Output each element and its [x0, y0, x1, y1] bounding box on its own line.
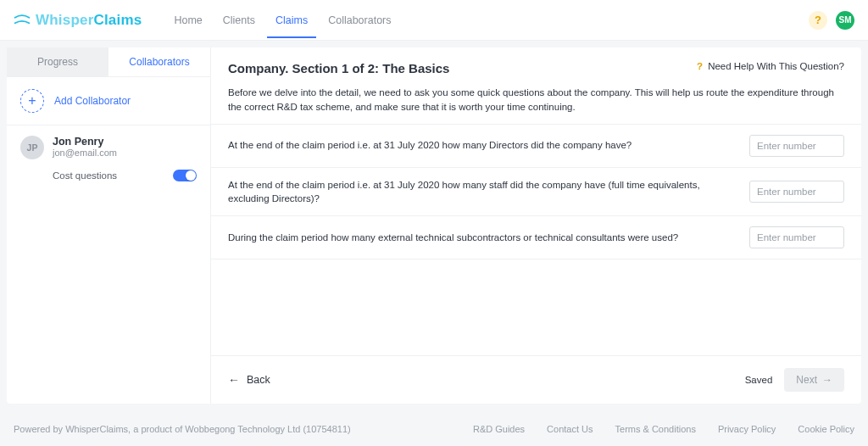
help-icon[interactable]: ? [809, 11, 827, 30]
footer-links: R&D Guides Contact Us Terms & Conditions… [473, 424, 854, 434]
collaborator-email: jon@email.com [53, 148, 117, 158]
nav-claims[interactable]: Claims [267, 3, 316, 38]
content-shell: Progress Collaborators + Add Collaborato… [7, 47, 861, 404]
question-list: At the end of the claim period i.e. at 3… [211, 124, 861, 259]
back-button[interactable]: ← Back [228, 373, 270, 387]
subcontractors-input[interactable] [749, 226, 844, 248]
next-label: Next [796, 374, 817, 386]
staff-input[interactable] [749, 181, 844, 203]
cost-questions-row: Cost questions [7, 164, 210, 192]
saved-status: Saved [745, 375, 773, 385]
brand-icon [14, 14, 31, 26]
collaborator-name: Jon Penry [53, 136, 117, 148]
main-footer: ← Back Saved Next → [211, 355, 861, 404]
footer-link-terms[interactable]: Terms & Conditions [615, 424, 696, 434]
sidebar: Progress Collaborators + Add Collaborato… [7, 47, 211, 404]
question-text: During the claim period how many externa… [228, 231, 736, 244]
add-collaborator-icon: + [20, 89, 44, 113]
sidebar-tabs: Progress Collaborators [7, 47, 210, 77]
cost-questions-toggle[interactable] [173, 170, 197, 181]
question-row: At the end of the claim period i.e. at 3… [211, 168, 861, 216]
section-intro: Before we delve into the detail, we need… [211, 86, 861, 124]
footer-link-privacy[interactable]: Privacy Policy [718, 424, 776, 434]
user-avatar[interactable]: SM [836, 11, 854, 30]
tab-progress[interactable]: Progress [7, 47, 108, 76]
nav-clients[interactable]: Clients [214, 3, 264, 38]
arrow-left-icon: ← [228, 373, 240, 387]
brand[interactable]: WhisperClaims [14, 12, 142, 29]
add-collaborator-row[interactable]: + Add Collaborator [7, 77, 210, 125]
main-panel: Company. Section 1 of 2: The Basics ? Ne… [211, 47, 861, 404]
cost-questions-label: Cost questions [53, 170, 117, 181]
brand-text: WhisperClaims [36, 12, 142, 29]
main-header: Company. Section 1 of 2: The Basics ? Ne… [211, 47, 861, 86]
powered-by: Powered by WhisperClaims, a product of W… [14, 424, 351, 434]
next-button[interactable]: Next → [784, 368, 844, 392]
arrow-right-icon: → [822, 374, 832, 386]
collaborator-meta: Jon Penry jon@email.com [53, 136, 117, 159]
need-help-link[interactable]: ? Need Help With This Question? [697, 61, 844, 71]
nav-home[interactable]: Home [165, 3, 210, 38]
section-title: Company. Section 1 of 2: The Basics [228, 61, 449, 75]
footer-link-cookies[interactable]: Cookie Policy [798, 424, 854, 434]
question-row: At the end of the claim period i.e. at 3… [211, 125, 861, 168]
back-label: Back [247, 374, 270, 386]
add-collaborator-label: Add Collaborator [54, 95, 131, 107]
toggle-knob [186, 170, 196, 181]
question-text: At the end of the claim period i.e. at 3… [228, 138, 736, 152]
collaborator-item[interactable]: JP Jon Penry jon@email.com [7, 125, 210, 164]
page-footer: Powered by WhisperClaims, a product of W… [0, 412, 868, 446]
nav-actions: ? SM [809, 11, 854, 30]
nav-links: Home Clients Claims Collaborators [165, 3, 399, 38]
footer-link-contact[interactable]: Contact Us [547, 424, 593, 434]
footer-link-guides[interactable]: R&D Guides [473, 424, 525, 434]
question-text: At the end of the claim period i.e. at 3… [228, 178, 736, 205]
tab-collaborators[interactable]: Collaborators [108, 47, 210, 76]
directors-input[interactable] [749, 135, 844, 157]
top-nav: WhisperClaims Home Clients Claims Collab… [0, 0, 868, 41]
need-help-label: Need Help With This Question? [708, 61, 844, 71]
nav-collaborators[interactable]: Collaborators [320, 3, 399, 38]
question-row: During the claim period how many externa… [211, 216, 861, 259]
question-mark-icon: ? [697, 61, 703, 71]
collaborator-avatar: JP [20, 136, 44, 159]
